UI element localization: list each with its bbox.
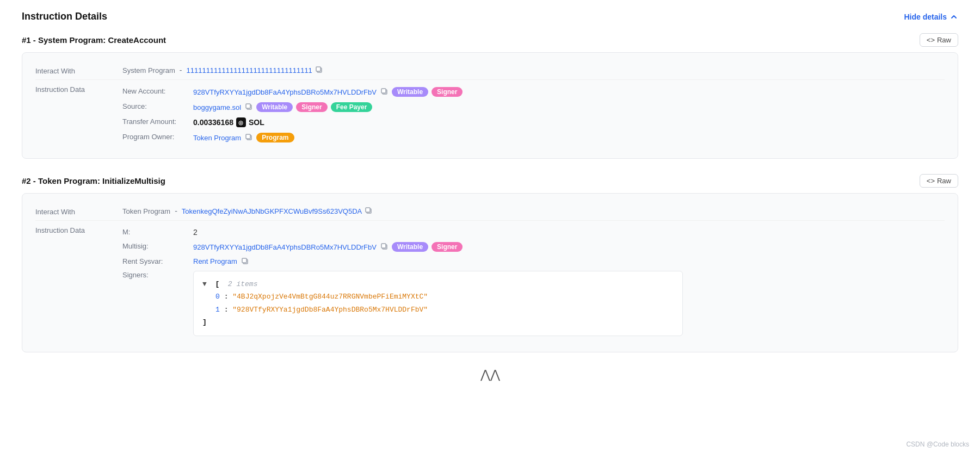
chevron-up-icon: [950, 13, 958, 21]
svg-rect-11: [381, 244, 386, 248]
signer-badge-multisig: Signer: [432, 242, 463, 252]
page-title: Instruction Details: [22, 11, 107, 22]
rent-sysvar-content: Rent Program: [193, 257, 945, 265]
instruction-1-card: Interact With System Program - 111111111…: [22, 52, 958, 159]
interact-with-label-2: Interact With: [35, 207, 122, 216]
multisig-address[interactable]: 928VTfyRXYYa1jgdDb8FaA4YphsDBRo5Mx7HVLDD…: [193, 243, 377, 251]
m-content: 2: [193, 228, 945, 237]
instruction-1-section: #1 - System Program: CreateAccount <> Ra…: [22, 33, 958, 159]
instruction-1-transfer-row: Transfer Amount: 0.00336168 ◎ SOL: [122, 115, 945, 130]
svg-rect-3: [381, 89, 386, 93]
instruction-1-data-row: Instruction Data New Account: 928VTfyRXY…: [35, 80, 945, 150]
instruction-2-header: #2 - Token Program: InitializeMultisig <…: [22, 174, 958, 188]
interact-with-content: System Program - 11111111111111111111111…: [122, 66, 945, 75]
copy-multisig-icon[interactable]: [381, 243, 389, 251]
source-content: boggygame.sol Writable Signer Fee Payer: [193, 102, 945, 112]
m-value: 2: [193, 228, 198, 237]
writable-badge-1: Writable: [392, 87, 428, 97]
json-array-open: ▼ [ 2 items: [202, 278, 674, 290]
instruction-1-new-account-row: New Account: 928VTfyRXYYa1jgdDb8FaA4Yphs…: [122, 84, 945, 100]
source-label: Source:: [122, 102, 193, 110]
m-label: M:: [122, 228, 193, 236]
copy-address-icon-1[interactable]: [316, 66, 323, 74]
instruction-1-program-owner-row: Program Owner: Token Program Program: [122, 130, 945, 145]
system-program-name: System Program: [122, 66, 175, 75]
svg-rect-9: [366, 208, 370, 212]
token-program-link[interactable]: Token Program: [193, 134, 241, 142]
instruction-2-sub-rows: M: 2 Multisig: 928VTfyRXYYa1jgdDb8FaA4Yp…: [122, 225, 945, 339]
instruction-2-signers-row: Signers: ▼ [ 2 items 0 :: [122, 268, 945, 339]
instruction-1-interact-with-row: Interact With System Program - 111111111…: [35, 61, 945, 80]
transfer-amount-value: 0.00336168 ◎ SOL: [193, 117, 264, 127]
page-container: Instruction Details Hide details #1 - Sy…: [0, 0, 980, 393]
json-items-count: 2 items: [224, 280, 257, 288]
source-address[interactable]: boggygame.sol: [193, 103, 241, 111]
fee-payer-badge: Fee Payer: [331, 102, 373, 112]
rent-sysvar-label: Rent Sysvar:: [122, 257, 193, 265]
page-header: Instruction Details Hide details: [22, 11, 958, 22]
signer-1-value: "928VTfyRXYYa1jgdDb8FaA4YphsDBRo5Mx7HVLD…: [232, 306, 428, 314]
instruction-1-source-row: Source: boggygame.sol Writable Signer: [122, 100, 945, 115]
instruction-data-label-1: Instruction Data: [35, 84, 122, 94]
signers-label: Signers:: [122, 271, 193, 279]
program-owner-label: Program Owner:: [122, 133, 193, 141]
rent-program-link[interactable]: Rent Program: [193, 257, 237, 265]
instruction-data-label-2: Instruction Data: [35, 225, 122, 234]
interact-with-content-2: Token Program - TokenkegQfeZyiNwAJbNbGKP…: [122, 207, 945, 215]
program-badge: Program: [256, 133, 294, 142]
instruction-1-sub-rows: New Account: 928VTfyRXYYa1jgdDb8FaA4Yphs…: [122, 84, 945, 145]
instruction-2-card: Interact With Token Program - TokenkegQf…: [22, 193, 958, 352]
signers-content: ▼ [ 2 items 0 : "4BJ2qXpojzVe4VmBtgG844u…: [193, 271, 945, 336]
system-program-address[interactable]: 11111111111111111111111111111111: [186, 66, 312, 75]
instruction-2-raw-button[interactable]: <> Raw: [920, 174, 958, 188]
scroll-top-container: ⋀⋀: [22, 368, 958, 382]
instruction-2-interact-with-row: Interact With Token Program - TokenkegQf…: [35, 202, 945, 221]
svg-rect-1: [316, 67, 320, 71]
instruction-1-header: #1 - System Program: CreateAccount <> Ra…: [22, 33, 958, 47]
sol-icon: ◎: [236, 117, 246, 127]
signers-json-block: ▼ [ 2 items 0 : "4BJ2qXpojzVe4VmBtgG844u…: [193, 271, 683, 336]
writable-badge-source: Writable: [256, 102, 293, 112]
json-item-1: 1 : "928VTfyRXYYa1jgdDb8FaA4YphsDBRo5Mx7…: [202, 303, 674, 316]
token-program-name: Token Program: [122, 207, 170, 215]
signer-0-value: "4BJ2qXpojzVe4VmBtgG844uz7RRGNVmbePFiEmi…: [232, 293, 428, 301]
instruction-2-m-row: M: 2: [122, 225, 945, 239]
new-account-content: 928VTfyRXYYa1jgdDb8FaA4YphsDBRo5Mx7HVLDD…: [193, 87, 945, 97]
program-owner-content: Token Program Program: [193, 133, 945, 142]
signer-badge-source: Signer: [296, 102, 327, 112]
new-account-label: New Account:: [122, 87, 193, 95]
instruction-1-raw-button[interactable]: <> Raw: [920, 33, 958, 47]
transfer-amount-content: 0.00336168 ◎ SOL: [193, 117, 945, 127]
instruction-2-section: #2 - Token Program: InitializeMultisig <…: [22, 174, 958, 352]
new-account-address[interactable]: 928VTfyRXYYa1jgdDb8FaA4YphsDBRo5Mx7HVLDD…: [193, 88, 377, 96]
copy-token-program-icon[interactable]: [245, 134, 253, 141]
transfer-amount-label: Transfer Amount:: [122, 117, 193, 126]
json-item-0: 0 : "4BJ2qXpojzVe4VmBtgG844uz7RRGNVmbePF…: [202, 290, 674, 303]
copy-source-icon[interactable]: [245, 103, 253, 111]
instruction-2-title: #2 - Token Program: InitializeMultisig: [22, 176, 165, 185]
copy-new-account-icon[interactable]: [381, 88, 389, 96]
copy-token-address-icon[interactable]: [365, 207, 373, 215]
instruction-1-title: #1 - System Program: CreateAccount: [22, 35, 166, 45]
svg-rect-13: [242, 258, 246, 263]
code-icon-2: <>: [927, 177, 935, 185]
writable-badge-multisig: Writable: [392, 242, 428, 252]
multisig-label: Multisig:: [122, 242, 193, 250]
scroll-top-button[interactable]: ⋀⋀: [480, 368, 500, 382]
json-array-close: ]: [202, 316, 674, 328]
token-program-address[interactable]: TokenkegQfeZyiNwAJbNbGKPFXCWuBvf9Ss623VQ…: [182, 207, 362, 215]
instruction-2-rent-row: Rent Sysvar: Rent Program: [122, 255, 945, 268]
code-icon: <>: [927, 36, 935, 44]
multisig-content: 928VTfyRXYYa1jgdDb8FaA4YphsDBRo5Mx7HVLDD…: [193, 242, 945, 252]
instruction-2-data-row: Instruction Data M: 2 Multisig: 928VTfyR…: [35, 221, 945, 343]
copy-rent-program-icon[interactable]: [242, 258, 249, 265]
hide-details-button[interactable]: Hide details: [904, 13, 958, 21]
signer-badge-1: Signer: [432, 87, 463, 97]
svg-rect-7: [246, 134, 250, 139]
instruction-2-multisig-row: Multisig: 928VTfyRXYYa1jgdDb8FaA4YphsDBR…: [122, 239, 945, 255]
collapse-icon[interactable]: ▼: [202, 280, 207, 288]
svg-rect-5: [246, 104, 250, 108]
interact-with-label: Interact With: [35, 66, 122, 75]
